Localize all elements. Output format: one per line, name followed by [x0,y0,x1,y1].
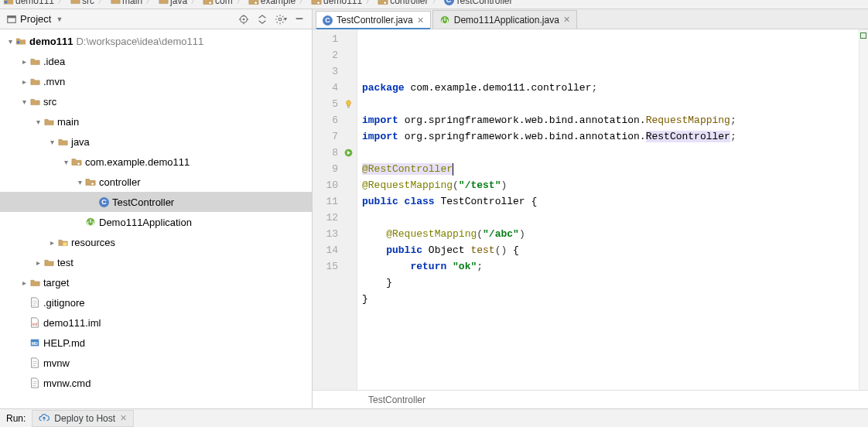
chevron-right-icon[interactable]: ▸ [32,257,43,268]
close-icon[interactable]: ✕ [120,413,127,423]
close-icon[interactable]: ✕ [563,15,570,25]
package-icon [248,0,259,6]
svg-point-8 [243,18,245,20]
tree-node[interactable]: ▸CTestController [0,192,312,212]
svg-rect-6 [8,15,16,18]
breadcrumb-item[interactable]: CTestController [444,0,513,7]
svg-point-4 [384,1,387,4]
tree-node-label: src [43,96,56,108]
locate-button[interactable] [236,12,251,27]
breadcrumb-item[interactable]: demo111 [311,0,362,7]
folder-icon [29,76,40,87]
editor-tab[interactable]: Demo111Application.java✕ [432,10,577,29]
svg-point-17 [91,183,94,186]
editor-gutter[interactable]: 123456789101112131415 [313,29,357,390]
breadcrumb-item[interactable]: java [158,0,187,7]
tree-node-label: java [71,136,90,148]
tree-node-label: test [57,257,73,268]
breadcrumb-item[interactable]: example [248,0,296,7]
chevron-down-icon[interactable]: ▾ [46,136,57,147]
tree-node-label: HELP.md [43,337,85,349]
chevron-right-icon[interactable]: ▸ [19,76,29,87]
tree-node[interactable]: ▾controller [0,172,312,192]
tree-node-label: target [43,277,69,289]
tree-node[interactable]: ▸Demo111Application [0,212,312,232]
editor-code[interactable]: package com.example.demo111.controller;i… [357,29,868,390]
class-icon: C [99,197,109,207]
tree-node-label: main [57,116,79,128]
run-gutter-icon[interactable] [343,147,354,158]
svg-rect-14 [296,18,303,19]
tree-node[interactable]: ▸mvnw [0,353,312,373]
file-icon [29,297,40,308]
svg-rect-19 [63,242,67,245]
package-icon [71,156,82,167]
code-editor[interactable]: 123456789101112131415 package com.exampl… [313,29,868,390]
tab-label: Demo111Application.java [454,15,559,26]
class-icon: C [323,15,333,26]
tree-node[interactable]: ▸.idea [0,51,312,71]
tree-node[interactable]: ▾com.example.demo111 [0,152,312,172]
tree-node-label: .idea [43,56,65,67]
bottom-toolbar: Run: Deploy to Host ✕ [0,408,868,427]
tree-node[interactable]: ▸MDHELP.md [0,333,312,353]
intention-bulb-icon[interactable] [343,98,354,109]
tree-node[interactable]: ▸.gitignore [0,292,312,313]
xml-file-icon: iml [29,317,40,328]
svg-point-13 [279,18,282,21]
chevron-down-icon[interactable]: ▾ [5,36,15,46]
svg-point-16 [77,162,80,166]
tree-node-label: com.example.demo111 [85,156,190,168]
error-stripe[interactable] [859,29,868,390]
breadcrumb-item[interactable]: demo111 [3,0,54,7]
folder-icon [158,0,169,6]
close-icon[interactable]: ✕ [417,15,424,26]
project-tree[interactable]: ▾demo111 D:\workspace\idea\demo111▸.idea… [0,29,312,408]
breadcrumb-item[interactable]: src [70,0,94,7]
run-tab-deploy[interactable]: Deploy to Host ✕ [32,410,134,427]
package-icon [378,0,388,6]
tree-node[interactable]: ▸test [0,252,312,272]
svg-point-3 [317,1,320,4]
tree-node[interactable]: ▾main [0,111,312,132]
chevron-down-icon[interactable]: ▾ [60,156,71,167]
editor-breadcrumb[interactable]: TestController [313,390,868,408]
chevron-right-icon[interactable]: ▸ [46,237,57,248]
tree-node[interactable]: ▸resources [0,232,312,252]
tree-node[interactable]: ▾demo111 D:\workspace\idea\demo111 [0,31,312,51]
package-icon [85,176,96,187]
run-label: Run: [0,413,32,424]
hide-button[interactable] [292,12,307,27]
breadcrumb-item[interactable]: controller [378,0,428,7]
breadcrumb-item[interactable]: com [203,0,233,7]
folder-icon [43,257,54,268]
tree-node-path: D:\workspace\idea\demo111 [76,36,203,47]
tree-node-label: mvnw [43,357,70,369]
svg-point-1 [209,1,212,4]
tree-node[interactable]: ▸imldemo111.iml [0,313,312,333]
editor-tab[interactable]: CTestController.java✕ [316,11,431,29]
spring-boot-icon [439,15,450,26]
tree-node[interactable]: ▸target [0,272,312,292]
expand-all-button[interactable] [255,12,270,27]
chevron-right-icon[interactable]: ▸ [19,277,29,288]
tree-node-label: .gitignore [43,297,84,309]
chevron-down-icon[interactable]: ▾ [74,176,85,187]
package-icon [203,0,214,6]
tree-node[interactable]: ▸.mvn [0,71,312,91]
folder-icon [110,0,121,6]
svg-rect-24 [347,106,349,108]
chevron-right-icon[interactable]: ▸ [19,56,29,67]
tree-node[interactable]: ▾java [0,132,312,152]
chevron-down-icon[interactable]: ▾ [32,116,43,127]
breadcrumb-item[interactable]: main [110,0,142,7]
svg-rect-15 [17,41,20,44]
settings-button[interactable]: ▾ [273,12,289,27]
chevron-down-icon[interactable]: ▾ [19,96,29,107]
project-title[interactable]: Project▼ [20,13,63,25]
folder-icon [43,116,54,127]
module-icon [15,36,26,46]
tree-node[interactable]: ▾src [0,91,312,111]
tree-node[interactable]: ▸mvnw.cmd [0,373,312,393]
tree-node-label: TestController [112,196,174,208]
